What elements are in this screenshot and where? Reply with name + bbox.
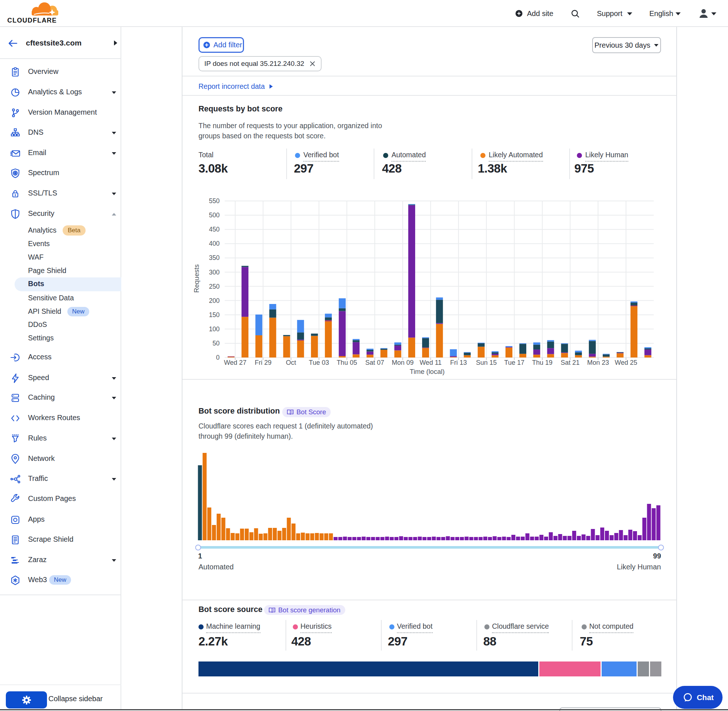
svg-text:550: 550 [209,197,220,205]
svg-text:Requests: Requests [193,264,200,293]
svg-text:Mon 09: Mon 09 [392,359,414,366]
svg-text:Time (local): Time (local) [410,368,444,375]
svg-text:Wed 25: Wed 25 [615,359,637,366]
svg-text:Wed 27: Wed 27 [224,359,247,366]
svg-text:300: 300 [209,268,220,276]
svg-text:350: 350 [209,254,220,261]
svg-text:0: 0 [216,354,220,361]
svg-text:150: 150 [209,311,220,319]
svg-text:200: 200 [209,297,220,304]
svg-text:Fri 13: Fri 13 [450,359,467,366]
svg-text:Sun 15: Sun 15 [476,359,497,366]
svg-text:Sat 07: Sat 07 [365,359,384,366]
svg-text:250: 250 [209,283,220,290]
svg-text:500: 500 [209,211,220,219]
svg-text:Fri 29: Fri 29 [255,359,271,366]
svg-text:CLOUDFLARE: CLOUDFLARE [7,17,57,24]
svg-text:Oct: Oct [286,359,296,366]
svg-text:Thu 19: Thu 19 [532,359,552,366]
svg-text:Thu 05: Thu 05 [337,359,357,366]
svg-text:400: 400 [209,240,220,247]
svg-text:450: 450 [209,226,220,233]
svg-text:Mon 23: Mon 23 [587,359,609,366]
svg-text:100: 100 [209,326,220,333]
svg-text:50: 50 [213,340,220,347]
svg-text:Tue 03: Tue 03 [309,359,329,366]
svg-text:Sat 21: Sat 21 [561,359,580,366]
svg-text:Tue 17: Tue 17 [504,359,524,366]
svg-text:Wed 11: Wed 11 [419,359,442,366]
